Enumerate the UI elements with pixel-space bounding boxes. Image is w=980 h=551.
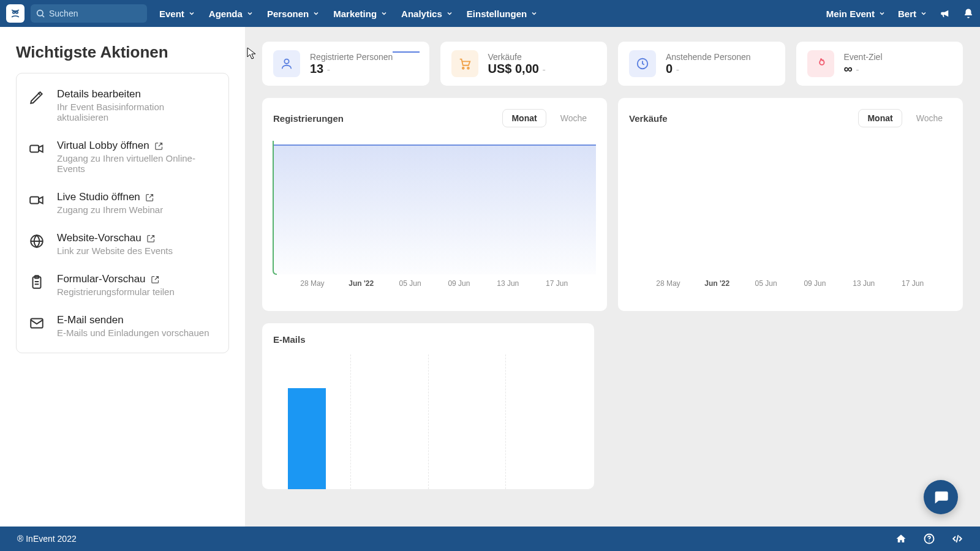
nav-label: Mein Event [826, 9, 875, 19]
main[interactable]: Registrierte Personen 13 - Verkäufe US$ … [245, 27, 980, 527]
help-icon[interactable] [924, 533, 935, 544]
seg-week[interactable]: Woche [907, 109, 952, 127]
chevron-down-icon [530, 10, 538, 17]
tick-label: 13 Jun [483, 279, 532, 288]
chart-card-registrations: Registrierungen Monat Woche 28 MayJun '2… [262, 98, 607, 311]
main-nav: Event Agenda Personen Marketing Analytic… [159, 9, 538, 19]
svg-point-9 [284, 59, 288, 64]
tick-label: 13 Jun [839, 279, 888, 288]
stat-card[interactable]: Verkäufe US$ 0,00 - [440, 42, 608, 86]
svg-point-1 [16, 12, 18, 13]
chart-title: Registrierungen [273, 113, 344, 124]
action-title: Website-Vorschau [57, 232, 141, 244]
seg-month[interactable]: Monat [858, 109, 902, 127]
nav-label: Einstellungen [467, 9, 527, 19]
globe-icon [29, 233, 46, 249]
action-clipboard[interactable]: Formular-Vorschau Registrierungsformular… [17, 264, 228, 305]
external-link-icon [146, 234, 156, 243]
stat-value: 0 - [666, 62, 751, 76]
action-title: Virtual Lobby öffnen [57, 140, 149, 152]
svg-rect-4 [30, 197, 39, 204]
bell-icon[interactable] [963, 8, 974, 19]
nav-marketing[interactable]: Marketing [333, 9, 388, 19]
nav-label: Agenda [209, 9, 243, 19]
action-desc: Ihr Event Basisinformation aktualisieren [57, 102, 216, 122]
stat-label: Event-Ziel [844, 52, 883, 62]
bar [288, 388, 326, 489]
nav-agenda[interactable]: Agenda [209, 9, 254, 19]
action-title: Details bearbeiten [57, 88, 141, 100]
search-icon [36, 9, 45, 18]
top-nav: Event Agenda Personen Marketing Analytic… [0, 0, 980, 27]
cart-icon [451, 50, 478, 77]
mail-icon [29, 315, 46, 331]
tick-label: 05 Jun [742, 279, 791, 288]
nav-label: Event [159, 9, 184, 19]
action-desc: Zugang zu Ihrem Webinar [57, 204, 216, 215]
stat-card[interactable]: Anstehende Personen 0 - [618, 42, 785, 86]
tick-label: 09 Jun [790, 279, 839, 288]
svg-point-2 [37, 10, 43, 16]
search-box [31, 4, 147, 23]
tick-label: 17 Jun [532, 279, 581, 288]
nav-label: Personen [267, 9, 309, 19]
svg-point-15 [929, 541, 930, 542]
stat-value: 13 - [310, 62, 393, 76]
action-video[interactable]: Live Studio öffnen Zugang zu Ihrem Webin… [17, 182, 228, 223]
search-input[interactable] [31, 4, 147, 23]
action-desc: E-Mails und Einladungen vorschauen [57, 328, 216, 338]
chat-fab[interactable] [924, 480, 958, 514]
seg-month[interactable]: Monat [502, 109, 546, 127]
tick-label: Jun '22 [693, 279, 742, 288]
chart-body: 28 MayJun '2205 Jun09 Jun13 Jun17 Jun [262, 133, 607, 305]
stat-card[interactable]: Registrierte Personen 13 - [262, 42, 429, 86]
chart-body [273, 354, 583, 489]
nav-my-event[interactable]: Mein Event [826, 9, 886, 19]
chart-body: 28 MayJun '2205 Jun09 Jun13 Jun17 Jun [618, 133, 963, 305]
video-icon [29, 192, 46, 208]
svg-point-12 [467, 67, 469, 69]
action-title: Formular-Vorschau [57, 273, 146, 285]
chevron-down-icon [188, 10, 195, 17]
tick-label: 28 May [644, 279, 693, 288]
nav-einstellungen[interactable]: Einstellungen [467, 9, 538, 19]
pencil-icon [29, 89, 46, 105]
code-icon[interactable] [952, 533, 963, 544]
brand-logo[interactable] [6, 4, 24, 23]
tick-label: 28 May [288, 279, 337, 288]
chart-card-emails: E-Mails [262, 323, 594, 489]
home-icon[interactable] [895, 533, 907, 544]
drop-line [270, 129, 282, 276]
tick-label: Jun '22 [337, 279, 386, 288]
content: Wichtigste Aktionen Details bearbeiten I… [0, 27, 980, 527]
external-link-icon [154, 141, 164, 151]
nav-analytics[interactable]: Analytics [401, 9, 453, 19]
actions-card: Details bearbeiten Ihr Event Basisinform… [16, 73, 229, 353]
stat-label: Verkäufe [488, 52, 546, 62]
megaphone-icon[interactable] [940, 8, 951, 19]
external-link-icon [151, 275, 160, 284]
segmented-control: Monat Woche [858, 109, 952, 127]
tick-label: 17 Jun [888, 279, 937, 288]
chart-title: E-Mails [273, 334, 583, 345]
action-globe[interactable]: Website-Vorschau Link zur Website des Ev… [17, 223, 228, 264]
nav-event[interactable]: Event [159, 9, 195, 19]
area-fill [273, 144, 596, 274]
nav-label: Bert [898, 9, 916, 19]
sparkline [393, 48, 420, 56]
stat-card[interactable]: Event-Ziel ∞ - [796, 42, 963, 86]
clipboard-icon [29, 274, 46, 290]
sidebar: Wichtigste Aktionen Details bearbeiten I… [0, 27, 245, 527]
chevron-down-icon [920, 10, 927, 17]
footer: ® InEvent 2022 [0, 527, 980, 551]
svg-point-11 [462, 67, 464, 69]
nav-user[interactable]: Bert [898, 9, 927, 19]
segmented-control: Monat Woche [502, 109, 596, 127]
action-video[interactable]: Virtual Lobby öffnen Zugang zu Ihren vir… [17, 131, 228, 182]
nav-personen[interactable]: Personen [267, 9, 320, 19]
seg-week[interactable]: Woche [551, 109, 596, 127]
chevron-down-icon [878, 10, 886, 17]
action-desc: Registrierungsformular teilen [57, 287, 216, 297]
action-mail[interactable]: E-Mail senden E-Mails und Einladungen vo… [17, 305, 228, 347]
action-pencil[interactable]: Details bearbeiten Ihr Event Basisinform… [17, 80, 228, 131]
